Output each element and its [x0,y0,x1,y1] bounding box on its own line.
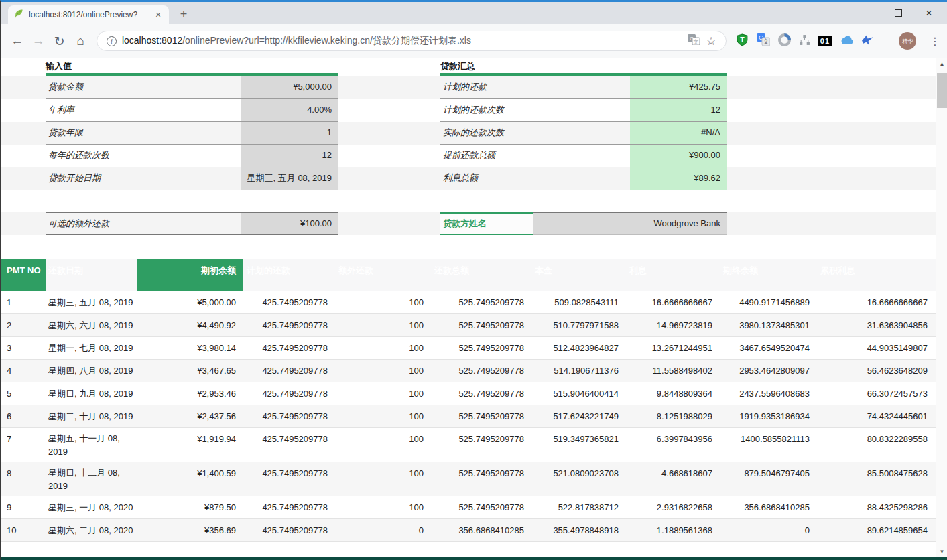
schedule-cell: 80.8322289558 [816,428,934,462]
schedule-cell: 16.6666666667 [816,291,934,313]
reload-button[interactable]: ↻ [49,33,70,49]
schedule-cell: 4 [1,360,46,382]
scroll-down-arrow-icon[interactable]: ▼ [936,546,947,557]
schedule-cell: 879.5046797405 [719,462,816,496]
schedule-cell: 4.668618607 [625,462,719,496]
schedule-cell: 356.6868410285 [719,496,816,518]
browser-window: localhost:8012/onlinePreview? × + × ← → … [0,0,947,560]
schedule-col-header: 还款日期 [46,259,137,291]
schedule-cell: 521.0809023708 [531,462,625,496]
schedule-cell: 525.7495209778 [430,337,531,359]
schedule-cell: 356.6868410285 [430,519,531,541]
schedule-row: 5星期日, 九月 08, 2019¥2,953.46425.7495209778… [1,382,937,405]
browser-tab[interactable]: localhost:8012/onlinePreview? × [8,5,169,24]
schedule-row: 7星期五, 十一月 08, 2019¥1,919.94425.749520977… [1,428,937,462]
vertical-scrollbar[interactable]: ▲ ▼ [936,58,947,557]
translate-page-icon[interactable]: G文 [688,34,700,48]
01-extension-icon[interactable]: 01 [818,36,832,46]
scrollbar-thumb[interactable] [937,73,947,108]
schedule-cell: 3 [1,337,46,359]
window-maximize-button[interactable] [883,3,913,23]
minimize-icon [861,13,869,13]
schedule-cell: 5 [1,382,46,405]
summary-row-value: ¥900.00 [630,145,727,167]
new-tab-button[interactable]: + [176,7,192,21]
schedule-cell: 2.9316822658 [625,496,719,518]
schedule-row: 2星期六, 六月 08, 2019¥4,490.92425.7495209778… [1,314,937,337]
schedule-cell: 425.7495209778 [243,428,334,462]
translate-extension-icon[interactable]: G文 [757,33,770,48]
schedule-cell: 4490.9171456889 [719,291,816,313]
window-minimize-button[interactable] [849,3,880,23]
schedule-cell: 522.817838712 [531,496,625,518]
schedule-cell: 514.1906711376 [531,360,625,382]
schedule-cell: 2953.4642809097 [719,360,816,382]
lender-name-label: 贷款方姓名 [440,212,533,235]
schedule-cell: ¥3,980.14 [137,337,243,359]
bird-extension-icon[interactable] [861,34,874,48]
schedule-cell: 2 [1,314,46,336]
schedule-cell: 56.4623648209 [816,360,934,382]
bookmark-star-icon[interactable]: ☆ [706,34,716,48]
schedule-cell: 星期六, 二月 08, 2020 [46,519,137,541]
scroll-up-arrow-icon[interactable]: ▲ [936,58,947,70]
page-info-icon[interactable]: i [107,36,117,46]
schedule-cell: 11.5588498402 [625,360,719,382]
browser-toolbar: ← → ↻ ⌂ i localhost:8012/onlinePreview?u… [1,24,947,58]
top-row-band: 贷款年限1实际的还款次数#N/A [1,122,937,145]
schedule-cell: 星期六, 六月 08, 2019 [46,314,137,336]
schedule-cell: 3467.6549520474 [719,337,816,359]
schedule-cell: 100 [334,496,430,518]
schedule-cell: 100 [334,462,430,496]
schedule-cell: 512.4823964827 [531,337,625,359]
schedule-cell: 星期三, 五月 08, 2019 [46,291,137,313]
schedule-cell: 44.9035149807 [816,337,934,359]
schedule-col-header: 期初余额 [137,259,243,291]
summary-row-value: ¥425.75 [630,76,727,99]
schedule-cell: 100 [334,314,430,336]
proxy-swirl-extension-icon[interactable] [778,33,791,49]
shield-extension-icon[interactable]: T [736,33,749,49]
schedule-col-header: 累积利息 [816,259,934,291]
schedule-row: 4星期四, 八月 08, 2019¥3,467.65425.7495209778… [1,360,937,382]
input-row-value: 1 [241,122,338,145]
profile-avatar[interactable]: 精华 [899,32,916,50]
extra-row-band: 可选的额外还款 ¥100.00 贷款方姓名 Woodgrove Bank [1,212,937,235]
schedule-row: 1星期三, 五月 08, 2019¥5,000.00425.7495209778… [1,291,937,314]
schedule-cell: 100 [334,405,430,427]
tab-close-icon[interactable]: × [153,9,164,20]
schedule-cell: 525.7495209778 [430,496,531,518]
schedule-cell: 515.9046400414 [531,382,625,405]
schedule-cell: 100 [334,360,430,382]
extra-payment-value: ¥100.00 [241,212,338,235]
schedule-cell: 0 [334,519,430,541]
schedule-cell: 425.7495209778 [243,360,334,382]
cloud-extension-icon[interactable] [840,35,853,48]
address-bar[interactable]: i localhost:8012/onlinePreview?url=http:… [97,31,727,51]
footer-strip [1,557,947,560]
schedule-cell: 100 [334,428,430,462]
home-button[interactable]: ⌂ [70,33,90,48]
back-button[interactable]: ← [7,33,27,48]
schedule-cell: ¥2,953.46 [137,382,243,405]
schedule-row: 8星期日, 十二月 08, 2019¥1,400.59425.749520977… [1,462,937,496]
schedule-cell: 100 [334,291,430,313]
forward-button[interactable]: → [27,33,48,48]
sitemap-extension-icon[interactable] [799,34,810,48]
window-close-button[interactable]: × [913,3,944,23]
schedule-cell: 425.7495209778 [243,291,334,313]
schedule-col-header: PMT NO [1,259,46,291]
schedule-cell: 星期日, 九月 08, 2019 [46,382,137,405]
url-text[interactable]: localhost:8012/onlinePreview?url=http://… [122,35,681,47]
schedule-cell: 517.6243221749 [531,405,625,427]
schedule-cell: 425.7495209778 [243,462,334,496]
schedule-cell: 星期一, 七月 08, 2019 [46,337,137,359]
chrome-menu-icon[interactable]: ⋮ [930,35,940,48]
schedule-cell: 9 [1,496,46,518]
summary-section-title: 贷款汇总 [440,60,475,72]
svg-text:文: 文 [693,39,698,45]
schedule-cell: 425.7495209778 [243,337,334,359]
schedule-cell: 星期四, 八月 08, 2019 [46,360,137,382]
schedule-cell: 3980.1373485301 [719,314,816,336]
schedule-cell: ¥879.50 [137,496,243,518]
